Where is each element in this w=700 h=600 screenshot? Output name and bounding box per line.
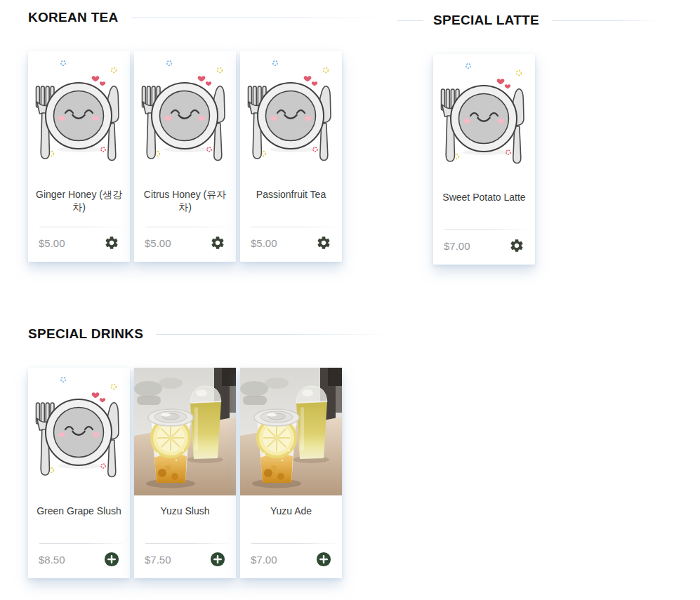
item-placeholder-image [28,368,130,495]
item-placeholder-image [433,54,535,182]
plate-fork-knife-illustration [433,54,535,182]
right-column: SPECIAL LATTE Sweet Potato Latte $7.00 [433,13,660,578]
menu-item-card[interactable]: Citrus Honey (유자차) $5.00 [134,51,236,262]
item-price: $7.00 [251,554,277,566]
header-divider-line [156,334,390,335]
plate-fork-knife-illustration [28,368,130,495]
item-name: Sweet Potato Latte [433,182,535,229]
add-button[interactable] [209,551,226,568]
item-name: Yuzu Slush [134,495,236,543]
price-row: $7.00 [240,544,342,578]
gear-icon [316,235,331,251]
item-price: $5.00 [39,237,65,249]
plate-fork-knife-illustration [240,51,342,179]
section-header: SPECIAL DRINKS [28,326,390,342]
menu-item-card[interactable]: Yuzu Ade $7.00 [240,368,342,578]
card-grid: Ginger Honey (생강차) $5.00 [28,51,390,262]
item-photo [240,368,342,495]
item-photo [134,368,236,495]
plus-circle-icon [316,552,331,567]
item-placeholder-image [134,51,236,179]
header-dash-decoration [397,20,423,21]
add-button[interactable] [315,551,332,568]
price-row: $8.50 [28,544,130,578]
gear-icon [509,238,524,253]
section-special-drinks: SPECIAL DRINKS Green Grape Slush $8.50 [28,326,390,578]
section-special-latte: SPECIAL LATTE Sweet Potato Latte $7.00 [433,13,660,265]
settings-button[interactable] [209,234,226,251]
item-price: $7.50 [145,554,171,566]
header-divider-line [552,20,660,21]
item-name: Yuzu Ade [240,495,342,543]
settings-button[interactable] [508,237,525,254]
settings-button[interactable] [315,234,332,251]
menu-item-card[interactable]: Passionfruit Tea $5.00 [240,51,342,262]
price-row: $5.00 [134,227,236,262]
item-name: Green Grape Slush [28,495,130,543]
item-name: Ginger Honey (생강차) [28,179,130,227]
price-row: $5.00 [28,227,130,262]
plate-fork-knife-illustration [28,51,130,179]
card-grid: Green Grape Slush $8.50 [28,368,390,578]
section-header: SPECIAL LATTE [433,13,660,28]
card-grid: Sweet Potato Latte $7.00 [433,54,660,265]
price-row: $7.50 [134,544,236,578]
header-divider-line [131,18,390,18]
price-row: $5.00 [240,227,342,262]
menu-item-card[interactable]: Yuzu Slush $7.50 [134,368,236,578]
yuzu-drinks-photo [240,368,342,495]
item-placeholder-image [28,51,130,179]
plus-circle-icon [210,552,225,567]
item-price: $5.00 [251,237,277,249]
price-row: $7.00 [433,230,535,265]
menu-page: KOREAN TEA Ginger Honey (생강차) $5.00 [0,0,700,578]
section-title: SPECIAL DRINKS [28,326,143,342]
item-price: $8.50 [39,554,65,566]
left-column: KOREAN TEA Ginger Honey (생강차) $5.00 [28,10,390,578]
item-placeholder-image [240,51,342,179]
menu-item-card[interactable]: Ginger Honey (생강차) $5.00 [28,51,130,262]
gear-icon [104,235,119,251]
menu-item-card[interactable]: Green Grape Slush $8.50 [28,368,130,578]
item-name: Passionfruit Tea [240,179,342,227]
section-title: KOREAN TEA [28,10,119,25]
item-name: Citrus Honey (유자차) [134,179,236,227]
plate-fork-knife-illustration [134,51,236,179]
item-price: $7.00 [444,240,470,252]
menu-item-card[interactable]: Sweet Potato Latte $7.00 [433,54,535,265]
add-button[interactable] [103,551,120,568]
plus-circle-icon [104,552,119,567]
settings-button[interactable] [103,234,120,251]
section-title: SPECIAL LATTE [433,13,539,28]
section-korean-tea: KOREAN TEA Ginger Honey (생강차) $5.00 [28,10,390,262]
gear-icon [210,235,225,251]
section-header: KOREAN TEA [28,10,390,25]
item-price: $5.00 [145,237,171,249]
yuzu-drinks-photo [134,368,236,495]
